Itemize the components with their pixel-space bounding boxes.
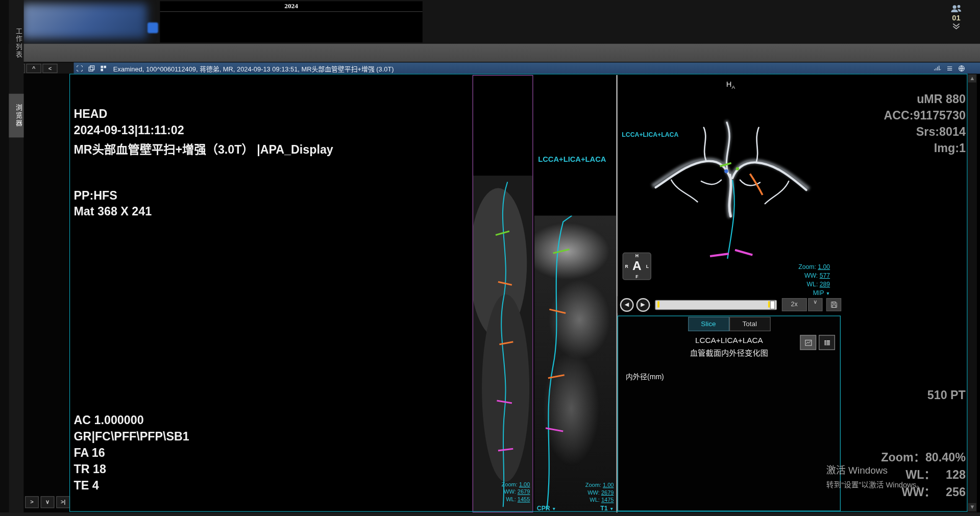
speed-chevron-icon[interactable]: ∨ [808,298,823,311]
save-icon[interactable] [826,298,841,311]
tab-browser[interactable]: 浏览器 [9,94,23,138]
pager-next-button[interactable]: > [25,496,39,508]
user-badge[interactable]: 01 [936,4,976,41]
scroll-down-icon[interactable]: ▼ [968,503,976,511]
thumbnail-pager: > ∨ >| [25,496,70,508]
cine-control-bar: ◀ ▶ 2x ∨ [618,296,841,313]
user-count: 01 [936,14,976,22]
overlay-datetime: 2024-09-13|11:11:02 [74,124,184,137]
overlay-pt: 510 PT [927,389,966,403]
overlay-matrix: Mat 368 X 241 [74,205,152,219]
vertical-scrollbar[interactable]: ▲ ▼ [968,73,977,512]
nav-up-button[interactable]: ^ [26,63,41,72]
pager-last-button[interactable]: >| [56,496,70,508]
cpr-centerline [534,215,618,512]
slice-slider[interactable] [655,300,777,310]
signal-icon[interactable] [933,64,942,72]
copy-viewport-icon[interactable] [87,64,95,72]
tab-worklist[interactable]: 工作列表 [9,17,23,68]
timeline-year: 2024 [160,1,422,12]
overlay-tr: TR 18 [74,462,106,476]
bar-chart [618,379,840,510]
table-view-button[interactable] [819,335,835,350]
strip-window-values: Zoom: 1.00 WW: 2679 WL: 1455 [502,481,530,503]
tab-total[interactable]: Total [729,317,770,331]
centerline-overview [473,76,532,512]
slider-knob[interactable] [770,300,775,309]
mip-rendering [627,86,834,267]
overlay-te: TE 4 [74,479,99,493]
overlay-zoom: Zoom：80.40% [881,448,965,464]
overlay-protocol: MR头部血管壁平扫+增强（3.0T） |APA_Display [74,140,333,157]
nav-prev-button[interactable]: < [42,63,57,72]
mip-render-dropdown[interactable]: MIP ▼ [798,289,830,297]
windows-activation-line2: 转到“设置”以激活 Windows。 [826,479,924,489]
diameter-chart-panel: Slice Total LCCA+LICA+LACA 血管截面内外径变化图 内外… [618,315,841,511]
cpr-mode-dropdown[interactable]: CPR ▼ [537,505,556,511]
overlay-image-num: Img:1 [934,141,966,155]
overlay-sequence: GR|FC\PFF\PFP\SB1 [74,430,189,444]
series-thumbnail-list: > ∨ >| [24,73,69,512]
orientation-cube[interactable]: A H F R L [623,253,651,280]
list-icon[interactable] [946,64,954,72]
fullscreen-icon[interactable] [76,64,84,72]
windows-activation-line1: 激活 Windows [826,462,888,476]
chart-tabs: Slice Total [688,317,771,331]
sagittal-overview-viewport[interactable]: Zoom: 1.00 WW: 2679 WL: 1455 [473,75,533,512]
cpr-series-dropdown[interactable]: T1 ▼ [600,505,614,511]
top-bar [0,0,980,44]
tab-slice[interactable]: Slice [688,317,729,331]
vessel-label: LCCA+LICA+LACA [538,155,606,164]
overlay-accession: ACC:91175730 [884,109,965,122]
globe-icon[interactable] [958,64,966,72]
study-status-text: Examined, 100^0060112409, 蒋德弟, MR, 2024-… [113,63,394,72]
pager-down-button[interactable]: ∨ [41,496,55,508]
users-icon [949,4,963,14]
banner-chip [148,22,158,33]
play-button[interactable]: ▶ [636,298,650,311]
chevron-down-icon[interactable] [951,22,962,30]
layout-icon[interactable] [100,64,108,72]
study-timeline: 2024 [160,1,422,42]
window-edge [0,0,9,516]
sidebar-tabstrip: 工作列表 浏览器 [9,0,23,516]
chart-view-button[interactable] [800,335,816,350]
viewport-titlebar: Examined, 100^0060112409, 蒋德弟, MR, 2024-… [74,62,980,73]
step-back-button[interactable]: ◀ [620,298,634,311]
overlay-position: PP:HFS [74,189,117,203]
overlay-series: Srs:8014 [916,125,966,139]
main-toolbar [9,44,980,62]
viewport-header: |< ^ < Examined, 100^0060112409, 蒋德弟, MR… [9,62,980,73]
overlay-scanner: uMR 880 [917,92,966,106]
overlay-bodypart: HEAD [74,108,107,121]
overlay-ac: AC 1.000000 [74,414,143,428]
scroll-up-icon[interactable]: ▲ [968,75,976,83]
speed-select[interactable]: 2x [782,298,806,311]
mip-viewport[interactable]: HA LCCA+LICA+LACA [619,75,841,296]
application-window: 2024 01 |< ^ < Examined, [0,0,980,516]
window-bottom-edge [0,512,980,516]
cpr-viewport[interactable]: LCCA+LICA+LACA Zoom: 1.00 WW: 2679 WL: 1… [534,75,618,512]
cpr-window-values: Zoom: 1.00 WW: 2679 WL: 1475 [585,481,614,504]
overlay-fa: FA 16 [74,446,105,460]
mip-window-values: Zoom: 1.00 WW: 577 WL: 289 MIP ▼ [798,262,830,296]
patient-banner-blurred [22,4,147,39]
